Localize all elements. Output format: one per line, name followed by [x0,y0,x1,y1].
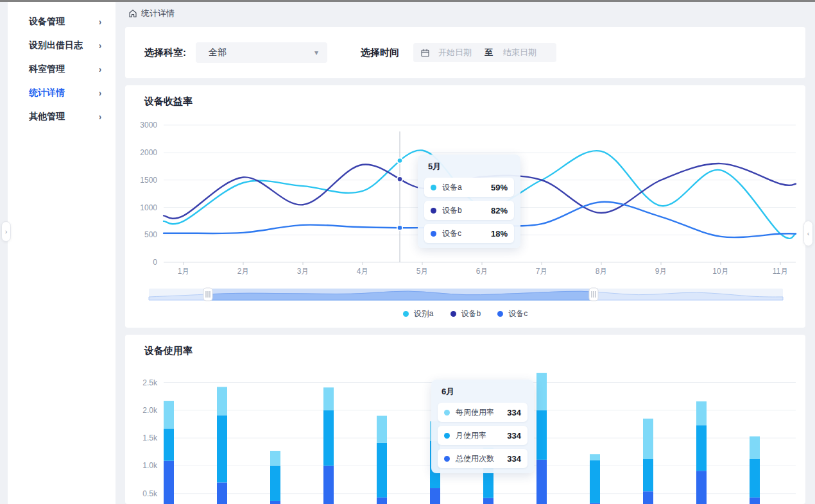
svg-text:0.5k: 0.5k [142,489,158,498]
bar-segment[interactable] [590,460,600,503]
bar-segment[interactable] [270,466,280,501]
sidebar-item-label: 设别出借日志 [29,40,83,51]
svg-text:1500: 1500 [140,176,157,185]
bar-segment[interactable] [536,373,547,410]
tooltip-row: 每周使用率 334 [438,403,528,422]
sidebar-item-label: 设备管理 [29,16,65,28]
legend-label: 设备b [461,308,481,319]
series-value: 334 [507,431,521,441]
legend-item[interactable]: 设别a [403,308,434,319]
chevron-down-icon: ▾ [314,48,318,57]
svg-text:1.5k: 1.5k [142,433,158,442]
tooltip-row: 月使用率 334 [438,426,528,445]
datazoom-handle[interactable] [589,288,598,301]
tooltip-row: 设备b 82% [424,201,514,220]
series-dot [444,433,450,439]
svg-text:1.0k: 1.0k [142,461,158,470]
bar-segment[interactable] [217,387,227,415]
svg-text:1月: 1月 [178,267,190,276]
bar-segment[interactable] [164,428,174,460]
bar-segment[interactable] [696,425,707,471]
series-value: 59% [491,183,508,192]
sidebar-item[interactable]: 设别出借日志› [8,33,116,57]
date-range-picker[interactable]: 开始日期 至 结束日期 [413,43,556,62]
sidebar-item[interactable]: 统计详情› [8,81,116,105]
legend-item[interactable]: 设备b [450,308,481,319]
bar-segment[interactable] [377,443,387,498]
bar-segment[interactable] [164,401,174,428]
series-name: 设备c [442,228,491,239]
svg-text:9月: 9月 [655,267,667,276]
bar-segment[interactable] [270,501,280,504]
bar-segment[interactable] [483,498,493,504]
tooltip-row: 总使用次数 334 [438,449,528,468]
svg-text:4月: 4月 [357,267,369,276]
bar-segment[interactable] [164,461,174,504]
window-top-strip [0,0,815,2]
bar-segment[interactable] [590,454,600,460]
chevron-right-icon: › [99,16,101,28]
usage-chart-card: 设备使用率 0.5k1.0k1.5k2.0k2.5k 6月 每周使用率 334 … [125,335,805,504]
usage-chart-tooltip: 6月 每周使用率 334 月使用率 334 总使用次数 334 [431,380,534,473]
bar-segment[interactable] [696,471,707,504]
bar-segment[interactable] [750,437,760,460]
series-name: 每周使用率 [456,407,507,418]
chevron-left-icon: ‹ [807,230,810,237]
bar-segment[interactable] [323,466,334,504]
svg-text:500: 500 [144,230,157,239]
bar-segment[interactable] [377,498,387,504]
bar-segment[interactable] [270,451,280,466]
chevron-right-icon: › [99,87,101,99]
bar-segment[interactable] [643,459,653,491]
svg-text:1000: 1000 [140,203,157,212]
sidebar-expand-button[interactable]: › [1,221,11,242]
series-dot [444,456,450,462]
bar-segment[interactable] [643,491,653,504]
department-select-label: 选择科室: [144,47,186,59]
bar-segment[interactable] [750,459,760,498]
bar-segment[interactable] [643,419,653,459]
revenue-chart-tooltip: 5月 设备a 59% 设备b 82% 设备c 18% [418,155,520,248]
bar-segment[interactable] [430,488,440,504]
chevron-right-icon: › [99,40,101,51]
bar-segment[interactable] [323,410,334,466]
start-date-placeholder: 开始日期 [438,47,472,58]
bar-segment[interactable] [696,401,707,425]
tooltip-row: 设备c 18% [424,224,514,243]
bar-segment[interactable] [536,460,547,504]
sidebar-item-label: 科室管理 [29,63,65,75]
revenue-chart-card: 设备收益率 050010001500200030001月2月3月4月5月6月7月… [125,85,805,328]
datazoom-handle[interactable] [203,288,212,301]
bar-segment[interactable] [750,498,760,504]
sidebar-item-label: 统计详情 [29,87,65,99]
department-select-value: 全部 [209,47,227,58]
bar-segment[interactable] [217,416,227,483]
series-dot [431,208,436,214]
series-name: 总使用次数 [456,453,507,464]
svg-text:3月: 3月 [297,267,309,276]
bar-segment[interactable] [217,482,227,504]
bar-segment[interactable] [536,410,547,460]
svg-text:6月: 6月 [476,267,488,276]
panel-collapse-button[interactable]: ‹ [803,221,813,246]
sidebar-item[interactable]: 其他管理› [8,105,116,128]
sidebar-item[interactable]: 科室管理› [8,57,116,81]
svg-text:7月: 7月 [536,267,548,276]
legend-item[interactable]: 设备c [497,308,528,319]
legend-dot [450,311,456,317]
svg-text:5月: 5月 [416,267,429,276]
sidebar-item[interactable]: 设备管理› [8,10,116,33]
bar-segment[interactable] [323,387,334,410]
legend-label: 设备c [508,308,528,319]
main-content: 统计详情 选择科室: 全部 ▾ 选择时间 开始日期 至 结束日期 设备收益率 0… [116,2,815,504]
sidebar: 设备管理›设别出借日志›科室管理›统计详情›其他管理› [8,2,116,504]
sidebar-item-label: 其他管理 [29,111,65,122]
svg-text:2.5k: 2.5k [142,378,158,387]
breadcrumb: 统计详情 [116,2,815,25]
department-select[interactable]: 全部 ▾ [196,42,327,63]
home-icon [128,9,137,18]
end-date-placeholder: 结束日期 [503,47,536,58]
tooltip-month: 5月 [428,161,514,172]
bar-segment[interactable] [377,416,387,442]
calendar-icon [421,49,429,57]
